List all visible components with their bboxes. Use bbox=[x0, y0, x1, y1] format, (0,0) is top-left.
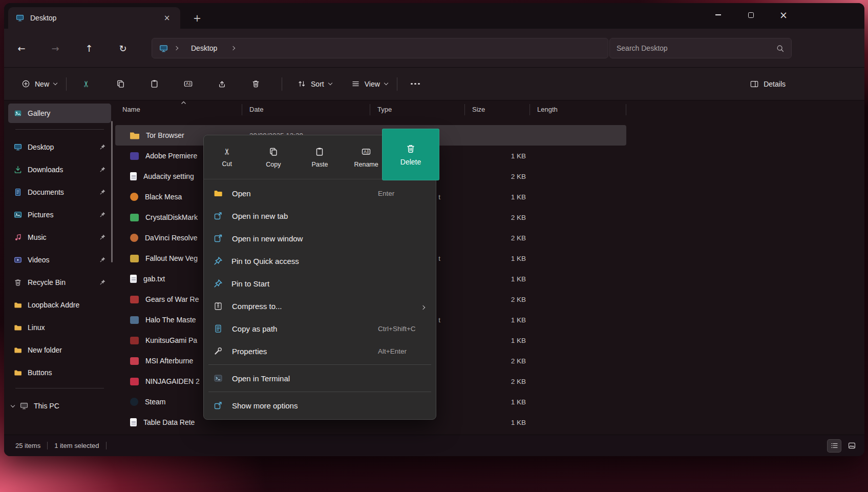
refresh-button[interactable]: ↻ bbox=[114, 39, 132, 57]
address-bar[interactable]: Desktop bbox=[152, 38, 608, 58]
back-button[interactable]: ← bbox=[12, 39, 31, 57]
file-name: Black Mesa bbox=[145, 193, 182, 201]
sidebar-item-gallery[interactable]: Gallery bbox=[8, 104, 111, 123]
folder-open-icon bbox=[213, 188, 223, 198]
sidebar-item-linux[interactable]: Linux bbox=[8, 318, 111, 337]
pin-icon bbox=[99, 279, 106, 285]
new-button[interactable]: New bbox=[15, 74, 63, 94]
cut-quick-action[interactable]: ✂ Cut bbox=[204, 135, 250, 179]
minimize-icon bbox=[715, 14, 721, 15]
view-button[interactable]: View bbox=[345, 74, 394, 94]
paste-quick-action[interactable]: Paste bbox=[297, 135, 343, 179]
file-name: DaVinci Resolve bbox=[145, 234, 197, 242]
delete-quick-action-highlighted[interactable]: Delete bbox=[382, 129, 439, 180]
file-name: KunitsuGami Pa bbox=[145, 336, 197, 344]
desktop-icon bbox=[13, 142, 23, 152]
rename-button[interactable]: A bbox=[177, 74, 199, 94]
status-divider bbox=[106, 442, 107, 449]
file-explorer-window: Desktop × + × ← → ↑ ↻ Desktop bbox=[4, 3, 864, 456]
menu-item-open-in-new-tab[interactable]: Open in new tab bbox=[204, 204, 436, 227]
sidebar-item-recycle-bin[interactable]: Recycle Bin bbox=[8, 273, 111, 292]
menu-item-open-in-new-window[interactable]: Open in new window bbox=[204, 227, 436, 250]
copy-button[interactable] bbox=[110, 74, 131, 94]
folder-icon bbox=[130, 132, 139, 139]
menu-separator bbox=[208, 392, 431, 392]
sidebar-item-downloads[interactable]: Downloads bbox=[8, 160, 111, 179]
toolbar-divider bbox=[397, 77, 397, 91]
up-button[interactable]: ↑ bbox=[80, 39, 98, 57]
menu-item-pin-to-quick-access[interactable]: Pin to Quick access bbox=[204, 250, 436, 272]
sidebar-item-loopback[interactable]: Loopback Addre bbox=[8, 296, 111, 314]
sidebar-item-videos[interactable]: Videos bbox=[8, 251, 111, 269]
menu-item-pin-to-start[interactable]: Pin to Start bbox=[204, 272, 436, 295]
sidebar-item-label: Videos bbox=[28, 256, 50, 264]
column-header-type[interactable]: Type bbox=[370, 104, 465, 115]
menu-item-open[interactable]: Open Enter bbox=[204, 182, 436, 204]
view-icon bbox=[351, 79, 360, 88]
large-icons-view-button[interactable] bbox=[845, 440, 858, 452]
menu-item-compress-to[interactable]: Compress to... bbox=[204, 295, 436, 317]
pin-icon bbox=[213, 279, 223, 289]
file-icon bbox=[130, 234, 138, 242]
sidebar-item-new-folder[interactable]: New folder bbox=[8, 341, 111, 359]
menu-item-open-in-terminal[interactable]: Open in Terminal bbox=[204, 367, 436, 389]
close-button[interactable]: × bbox=[772, 3, 795, 27]
breadcrumb-desktop[interactable]: Desktop bbox=[191, 44, 217, 52]
pin-icon bbox=[213, 256, 223, 266]
column-header-length[interactable]: Length bbox=[530, 104, 626, 115]
column-header-size[interactable]: Size bbox=[465, 104, 530, 115]
share-button[interactable] bbox=[211, 74, 232, 94]
paste-icon bbox=[314, 147, 325, 157]
sidebar-item-music[interactable]: Music bbox=[8, 228, 111, 247]
search-box bbox=[609, 38, 792, 58]
chevron-right-icon bbox=[174, 46, 178, 50]
svg-text:A: A bbox=[185, 81, 188, 86]
large-icons-view-icon bbox=[848, 441, 856, 450]
search-icon[interactable] bbox=[776, 44, 785, 53]
details-pane-button[interactable]: Details bbox=[744, 74, 792, 94]
minimize-button[interactable] bbox=[706, 3, 730, 27]
navigation-bar: ← → ↑ ↻ Desktop bbox=[4, 29, 864, 68]
copy-quick-action[interactable]: Copy bbox=[250, 135, 297, 179]
sidebar-item-documents[interactable]: Documents bbox=[8, 183, 111, 201]
sidebar-item-pictures[interactable]: Pictures bbox=[8, 206, 111, 224]
tab-desktop[interactable]: Desktop × bbox=[8, 7, 180, 29]
desktop-location-icon bbox=[15, 13, 25, 23]
share-icon bbox=[217, 79, 227, 89]
column-header-date[interactable]: Date bbox=[242, 104, 370, 115]
menu-item-show-more-options[interactable]: Show more options bbox=[204, 394, 436, 417]
delete-button[interactable] bbox=[245, 74, 266, 94]
new-tab-button[interactable]: + bbox=[189, 11, 205, 25]
tab-close-icon[interactable]: × bbox=[161, 12, 173, 24]
column-header-name[interactable]: Name bbox=[115, 104, 242, 115]
copy-path-icon bbox=[213, 323, 223, 334]
menu-item-copy-as-path[interactable]: Copy as path Ctrl+Shift+C bbox=[204, 317, 436, 340]
search-input[interactable] bbox=[617, 44, 776, 52]
paste-button[interactable] bbox=[143, 74, 165, 94]
sidebar-item-buttons[interactable]: Buttons bbox=[8, 363, 111, 382]
forward-button[interactable]: → bbox=[46, 39, 65, 57]
file-size: 2 KB bbox=[465, 378, 530, 385]
copy-icon bbox=[116, 79, 125, 89]
context-menu: ✂ Cut Copy Paste A Rename Delete bbox=[203, 135, 436, 420]
cut-button[interactable]: ✂ bbox=[76, 74, 97, 94]
pin-icon bbox=[99, 234, 106, 240]
see-more-button[interactable] bbox=[407, 74, 424, 94]
sort-button[interactable]: Sort bbox=[291, 74, 338, 94]
trash-icon bbox=[251, 79, 261, 89]
file-icon bbox=[130, 378, 139, 385]
terminal-icon bbox=[213, 373, 223, 383]
file-icon bbox=[130, 418, 137, 426]
view-toggles bbox=[828, 440, 858, 452]
sidebar-scrollbar[interactable] bbox=[111, 121, 113, 262]
sidebar-item-desktop[interactable]: Desktop bbox=[8, 138, 111, 156]
sidebar-item-this-pc[interactable]: This PC bbox=[8, 397, 111, 415]
chevron-down-icon[interactable] bbox=[11, 403, 15, 407]
maximize-button[interactable] bbox=[739, 3, 763, 27]
wrench-icon bbox=[213, 346, 223, 356]
maximize-icon bbox=[748, 12, 754, 18]
downloads-icon bbox=[13, 165, 23, 174]
details-pane-icon bbox=[750, 79, 759, 89]
details-view-button[interactable] bbox=[828, 440, 841, 452]
menu-item-properties[interactable]: Properties Alt+Enter bbox=[204, 340, 436, 362]
